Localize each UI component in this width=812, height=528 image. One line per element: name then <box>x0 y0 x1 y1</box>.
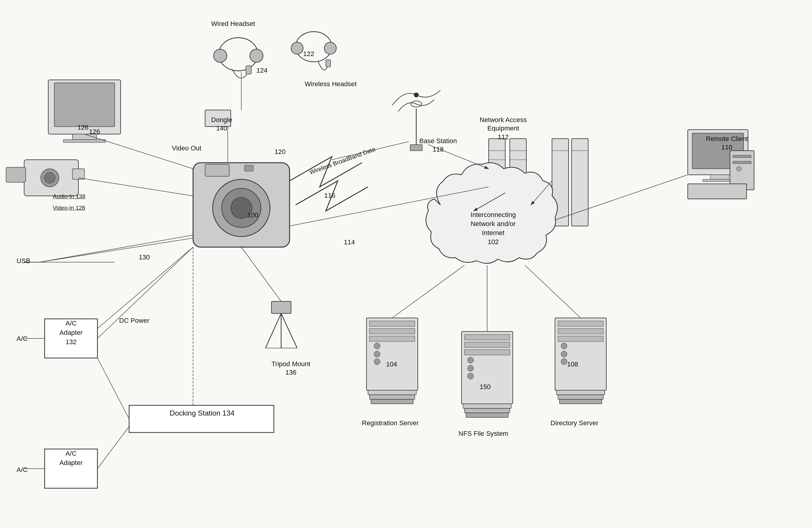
usb-label: USB <box>17 257 30 266</box>
label-114: 114 <box>344 238 355 247</box>
svg-point-69 <box>467 365 474 371</box>
svg-line-88 <box>265 313 281 348</box>
dongle-label: Dongle 140 <box>211 107 232 133</box>
svg-rect-9 <box>72 169 85 179</box>
svg-point-68 <box>467 357 474 363</box>
svg-rect-72 <box>465 408 510 413</box>
svg-rect-3 <box>54 83 115 126</box>
docking-station-label: Docking Station 134 <box>130 408 274 418</box>
svg-point-78 <box>561 343 567 349</box>
svg-rect-47 <box>710 175 728 179</box>
svg-point-23 <box>291 42 303 54</box>
ac-adapter-label-1: A/CAdapter132 <box>45 319 98 347</box>
svg-rect-62 <box>369 395 415 399</box>
video-out-label: Video Out <box>172 144 201 153</box>
svg-rect-65 <box>465 334 510 340</box>
svg-rect-76 <box>558 329 603 334</box>
label-104: 104 <box>386 360 397 369</box>
svg-point-58 <box>374 343 380 349</box>
network-access-label: Network Access Equipment 112 <box>480 107 527 141</box>
svg-rect-66 <box>465 342 510 347</box>
svg-rect-77 <box>558 336 603 342</box>
svg-text:126: 126 <box>77 123 89 131</box>
ac-adapter-label-2: A/CAdapter <box>45 449 98 468</box>
svg-point-29 <box>414 92 419 97</box>
label-130: 130 <box>139 253 150 262</box>
svg-rect-83 <box>560 399 602 404</box>
svg-line-96 <box>39 235 193 262</box>
svg-rect-67 <box>465 350 510 355</box>
svg-rect-56 <box>369 329 415 334</box>
svg-rect-73 <box>466 413 508 418</box>
label-100: 100 <box>247 211 259 220</box>
audio-in-label: Audio-In 138 <box>53 193 85 200</box>
svg-rect-53 <box>688 184 746 199</box>
svg-text:Internet: Internet <box>482 229 505 237</box>
svg-rect-51 <box>733 161 751 164</box>
svg-rect-5 <box>63 139 105 142</box>
tripod-mount-label: Tripod Mount 136 <box>272 351 310 377</box>
svg-point-19 <box>214 49 227 62</box>
svg-rect-55 <box>369 321 415 327</box>
ac-label-1: A/C <box>17 334 28 343</box>
label-122: 122 <box>303 50 314 59</box>
remote-client-label: Remote Client 110 <box>706 126 748 152</box>
wired-headset-label: Wired Headset <box>211 19 255 28</box>
svg-rect-63 <box>371 399 413 404</box>
svg-point-80 <box>561 359 567 365</box>
svg-rect-38 <box>571 139 588 226</box>
wireless-headset-label: Wireless Headset <box>305 80 357 89</box>
svg-point-24 <box>324 42 336 54</box>
svg-text:Interconnecting: Interconnecting <box>470 211 516 218</box>
svg-line-95 <box>78 178 193 196</box>
svg-text:102: 102 <box>488 238 499 246</box>
diagram-svg: 126 <box>0 0 812 528</box>
svg-point-79 <box>561 351 567 357</box>
svg-point-11 <box>44 172 55 183</box>
base-station-label: Base Station 118 <box>419 128 457 154</box>
dc-power-label: DC Power <box>119 316 149 325</box>
label-126: 126 <box>89 127 100 136</box>
svg-rect-71 <box>463 404 511 408</box>
svg-line-112 <box>392 265 465 318</box>
svg-point-52 <box>737 166 741 171</box>
svg-point-70 <box>467 373 474 379</box>
svg-rect-8 <box>6 167 26 182</box>
svg-point-60 <box>374 359 380 365</box>
svg-rect-17 <box>244 165 253 171</box>
svg-point-59 <box>374 351 380 357</box>
label-150: 150 <box>480 383 491 391</box>
video-in-label: Video-In 128 <box>53 204 85 212</box>
svg-line-117 <box>39 238 193 262</box>
nfs-file-label: NFS File System <box>459 429 508 438</box>
svg-text:Network and/or: Network and/or <box>470 220 516 228</box>
svg-rect-61 <box>368 390 416 395</box>
svg-rect-82 <box>558 395 603 399</box>
svg-rect-16 <box>205 164 229 176</box>
ac-label-2: A/C <box>17 466 28 474</box>
svg-rect-21 <box>246 66 251 74</box>
svg-rect-75 <box>558 321 603 327</box>
svg-line-101 <box>98 358 129 419</box>
registration-server-label: Registration Server <box>362 419 419 428</box>
label-120: 120 <box>275 148 286 156</box>
svg-rect-25 <box>326 60 331 67</box>
directory-server-label: Directory Server <box>550 419 598 428</box>
diagram-container: 126 <box>0 0 812 528</box>
svg-rect-81 <box>556 390 605 395</box>
svg-point-20 <box>250 49 263 62</box>
svg-rect-57 <box>369 336 415 342</box>
label-108: 108 <box>567 360 578 369</box>
svg-line-115 <box>241 247 281 301</box>
svg-rect-87 <box>272 301 291 313</box>
svg-line-90 <box>281 313 297 348</box>
svg-rect-50 <box>733 155 751 157</box>
svg-line-114 <box>525 265 581 318</box>
label-124: 124 <box>256 66 267 75</box>
label-116: 116 <box>324 191 335 200</box>
svg-line-104 <box>98 426 129 469</box>
